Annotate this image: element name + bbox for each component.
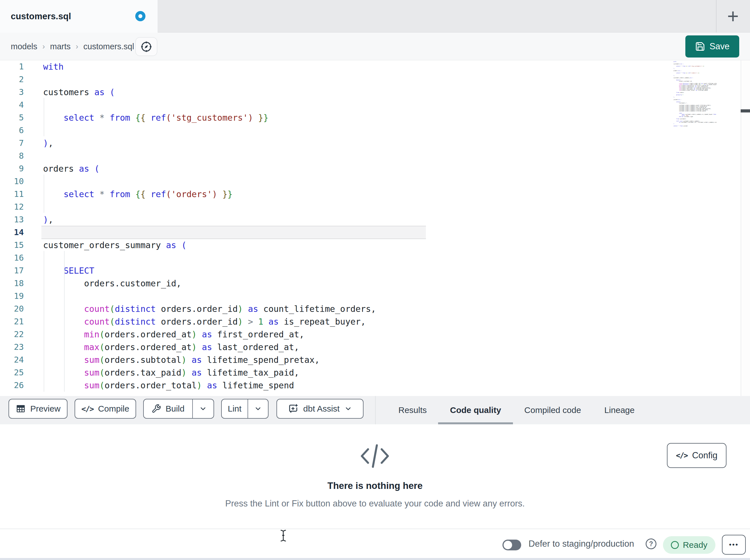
- lint-dropdown-button[interactable]: [248, 399, 268, 418]
- line-number: 14: [0, 226, 24, 239]
- results-tab-bar: Results Code quality Compiled code Linea…: [398, 396, 635, 424]
- defer-toggle[interactable]: [502, 540, 521, 551]
- code-line[interactable]: [43, 290, 376, 303]
- code-line[interactable]: sum(orders.tax_paid) as lifetime_tax_pai…: [43, 366, 376, 379]
- tab-code-quality-label: Code quality: [450, 405, 501, 415]
- config-button[interactable]: </> Config: [667, 443, 727, 468]
- code-content[interactable]: withcustomers as ( select * from {{ ref(…: [43, 60, 376, 392]
- ready-label: Ready: [683, 540, 708, 550]
- line-number: 20: [0, 303, 24, 315]
- status-badge: Ready: [663, 536, 715, 554]
- breadcrumb-item-models[interactable]: models: [11, 42, 37, 51]
- breadcrumb-row: models › marts › customers.sql: [0, 33, 750, 60]
- wrench-icon: [152, 404, 161, 414]
- editor-minimap[interactable]: withcustomers as ( select * from {{ ref(…: [673, 61, 716, 129]
- build-label: Build: [165, 404, 184, 414]
- status-bar: Defer to staging/production ? Ready •••: [0, 528, 750, 558]
- compile-button[interactable]: </> Compile: [75, 399, 136, 419]
- code-line[interactable]: ),: [43, 137, 376, 149]
- breadcrumb-item-customers-sql[interactable]: customers.sql: [83, 42, 134, 51]
- lint-split-button: Lint: [221, 399, 269, 419]
- line-number: 4: [0, 99, 24, 111]
- mouse-cursor-ibeam-icon: [279, 529, 288, 542]
- build-button[interactable]: Build: [144, 399, 192, 418]
- chevron-down-icon: [344, 405, 352, 413]
- line-number: 12: [0, 201, 24, 213]
- line-number: 17: [0, 264, 24, 277]
- new-tab-button[interactable]: +: [723, 5, 743, 27]
- config-label: Config: [692, 450, 718, 461]
- line-number: 11: [0, 188, 24, 201]
- help-icon[interactable]: ?: [646, 538, 656, 549]
- indent-guide: [64, 251, 65, 392]
- indent-guide: [44, 174, 44, 213]
- line-number: 9: [0, 162, 24, 175]
- code-line[interactable]: orders.customer_id,: [43, 277, 376, 290]
- code-line[interactable]: with: [43, 60, 376, 73]
- code-line[interactable]: count(distinct orders.order_id) > 1 as i…: [43, 315, 376, 328]
- lineage-compass-button[interactable]: [135, 37, 157, 56]
- save-button-label: Save: [709, 41, 730, 51]
- code-line[interactable]: customer_orders_summary as (: [43, 239, 376, 251]
- code-line[interactable]: count(distinct orders.order_id) as count…: [43, 303, 376, 315]
- more-options-button[interactable]: •••: [722, 535, 746, 555]
- save-button[interactable]: Save: [685, 36, 739, 58]
- scrollbar-cursor-marker: [741, 109, 750, 112]
- lint-button[interactable]: Lint: [222, 399, 248, 418]
- code-line[interactable]: select * from {{ ref('orders') }}: [43, 188, 376, 201]
- tab-lineage[interactable]: Lineage: [604, 396, 635, 424]
- code-line[interactable]: [43, 124, 376, 137]
- code-line[interactable]: SELECT: [43, 264, 376, 277]
- code-line[interactable]: ),: [43, 213, 376, 226]
- breadcrumb-item-marts[interactable]: marts: [50, 42, 71, 51]
- preview-button[interactable]: Preview: [8, 399, 67, 419]
- code-line[interactable]: [43, 73, 376, 86]
- code-line[interactable]: [43, 99, 376, 111]
- save-floppy-icon: [695, 41, 705, 51]
- code-line[interactable]: [43, 226, 376, 239]
- build-split-button: Build: [143, 399, 214, 419]
- dbt-assist-label: dbt Assist: [303, 404, 339, 414]
- code-line[interactable]: sum(orders.subtotal) as lifetime_spend_p…: [43, 353, 376, 366]
- chevron-down-icon: [199, 405, 207, 413]
- code-line[interactable]: min(orders.ordered_at) as first_ordered_…: [43, 328, 376, 341]
- tab-compiled-code[interactable]: Compiled code: [524, 396, 581, 424]
- chevron-right-icon: ›: [76, 42, 78, 51]
- code-line[interactable]: sum(orders.order_total) as lifetime_spen…: [43, 379, 376, 392]
- defer-label: Defer to staging/production: [529, 529, 634, 559]
- chevron-right-icon: ›: [42, 42, 45, 51]
- code-line[interactable]: max(orders.ordered_at) as last_ordered_a…: [43, 341, 376, 353]
- code-line[interactable]: customers as (: [43, 86, 376, 99]
- code-line[interactable]: [43, 201, 376, 213]
- dbt-assist-button[interactable]: dbt Assist: [276, 399, 363, 419]
- line-number: 18: [0, 277, 24, 290]
- code-editor[interactable]: 1234567891011121314151617181920212223242…: [0, 60, 750, 396]
- indent-guide: [44, 98, 44, 136]
- dbt-ide-window: customers.sql + models › marts › custome…: [0, 0, 750, 560]
- line-number: 15: [0, 239, 24, 251]
- code-line[interactable]: [43, 175, 376, 188]
- line-number: 5: [0, 111, 24, 124]
- tab-results[interactable]: Results: [398, 396, 427, 424]
- chevron-down-icon: [254, 405, 262, 413]
- chat-sparkle-icon: [288, 403, 299, 414]
- tab-code-quality[interactable]: Code quality: [450, 396, 501, 424]
- breadcrumb: models › marts › customers.sql: [11, 33, 134, 60]
- line-number: 7: [0, 137, 24, 149]
- results-panel: </> Config There is nothing here Press t…: [0, 424, 750, 528]
- code-line[interactable]: [43, 251, 376, 264]
- indent-guide: [44, 251, 44, 392]
- empty-state-code-icon: [358, 442, 392, 470]
- empty-state-subtitle: Press the Lint or Fix button above to ev…: [0, 499, 750, 509]
- file-tab-customers-sql[interactable]: customers.sql: [0, 0, 158, 33]
- tab-lineage-label: Lineage: [604, 405, 635, 415]
- toolbar-divider: [375, 396, 376, 424]
- line-number-gutter: 1234567891011121314151617181920212223242…: [0, 60, 24, 392]
- code-line[interactable]: orders as (: [43, 162, 376, 175]
- line-number: 19: [0, 290, 24, 303]
- build-dropdown-button[interactable]: [193, 399, 214, 418]
- code-line[interactable]: [43, 149, 376, 162]
- plus-icon: +: [727, 5, 739, 27]
- code-line[interactable]: select * from {{ ref('stg_customers') }}: [43, 111, 376, 124]
- tab-compiled-code-label: Compiled code: [524, 405, 581, 415]
